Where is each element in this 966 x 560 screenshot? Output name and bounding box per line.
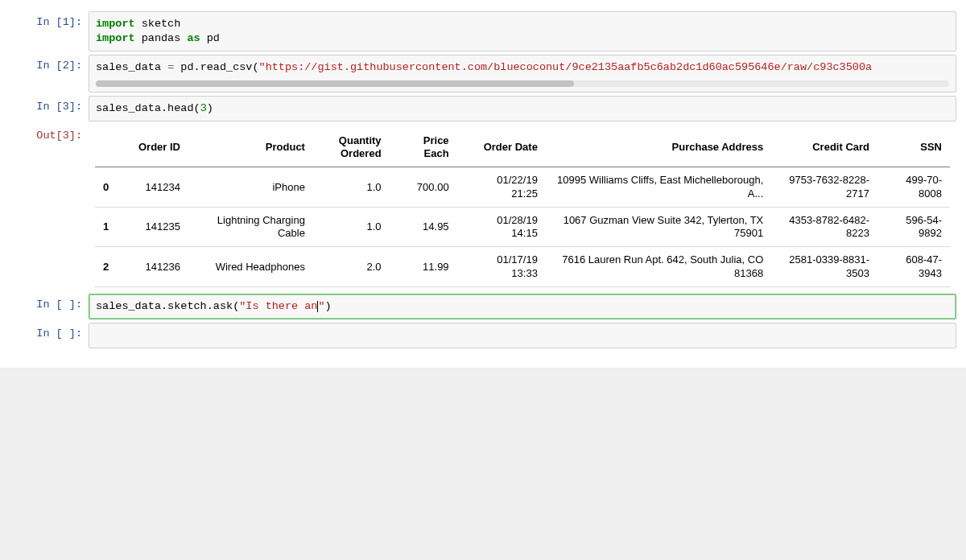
table-cell: 2581-0339-8831- 3503 bbox=[771, 247, 877, 287]
code-input[interactable] bbox=[89, 323, 956, 348]
row-index-cell: 0 bbox=[95, 167, 120, 208]
code-cell-1[interactable]: In [1]: import sketch import pandas as p… bbox=[10, 11, 956, 51]
col-header-credit-card: Credit Card bbox=[771, 128, 877, 167]
table-header-row: Order ID Product Quantity Ordered Price … bbox=[95, 128, 950, 167]
col-header-order-date: Order Date bbox=[457, 128, 546, 167]
table-cell: 608-47- 3943 bbox=[877, 247, 950, 287]
table-cell: 01/22/19 21:25 bbox=[457, 167, 546, 208]
code-input[interactable]: import sketch import pandas as pd bbox=[89, 11, 956, 51]
horizontal-scrollbar[interactable] bbox=[96, 80, 949, 87]
input-prompt: In [3]: bbox=[10, 96, 89, 113]
output-cell-3: Out[3]: Order ID Product Quantity Ordere… bbox=[10, 125, 956, 290]
output-prompt: Out[3]: bbox=[10, 125, 89, 142]
table-cell: 499-70- 8008 bbox=[877, 167, 950, 208]
table-cell: 4353-8782-6482- 8223 bbox=[771, 207, 877, 247]
code-line: import sketch bbox=[96, 17, 949, 31]
input-prompt: In [1]: bbox=[10, 11, 89, 28]
table-cell: 141236 bbox=[120, 247, 188, 287]
table-cell: 1.0 bbox=[313, 207, 390, 247]
table-cell: 11.99 bbox=[390, 247, 457, 287]
table-row: 0141234iPhone1.0700.0001/22/19 21:251099… bbox=[95, 167, 950, 208]
row-index-cell: 1 bbox=[95, 207, 120, 247]
code-cell-5[interactable]: In [ ]: bbox=[10, 323, 956, 348]
table-cell: 14.95 bbox=[390, 207, 457, 247]
table-cell: 01/28/19 14:15 bbox=[457, 207, 546, 247]
col-header-quantity: Quantity Ordered bbox=[313, 128, 390, 167]
code-input[interactable]: sales_data.head(3) bbox=[89, 96, 956, 121]
code-cell-2[interactable]: In [2]: sales_data = pd.read_csv("https:… bbox=[10, 55, 956, 92]
code-cell-3[interactable]: In [3]: sales_data.head(3) bbox=[10, 96, 956, 121]
table-cell: Wired Headphones bbox=[188, 247, 313, 287]
table-cell: 2.0 bbox=[313, 247, 390, 287]
dataframe-table: Order ID Product Quantity Ordered Price … bbox=[95, 128, 950, 287]
code-input[interactable]: sales_data = pd.read_csv("https://gist.g… bbox=[89, 55, 956, 92]
table-cell: 596-54- 9892 bbox=[877, 207, 950, 247]
col-header-address: Purchase Address bbox=[546, 128, 771, 167]
table-cell: iPhone bbox=[188, 167, 313, 208]
table-cell: 7616 Lauren Run Apt. 642, South Julia, C… bbox=[546, 247, 771, 287]
col-header-product: Product bbox=[188, 128, 313, 167]
code-line: sales_data.sketch.ask("Is there an") bbox=[96, 299, 949, 314]
col-header-order-id: Order ID bbox=[120, 128, 188, 167]
table-cell: 9753-7632-8228- 2717 bbox=[771, 167, 877, 208]
table-cell: Lightning Charging Cable bbox=[188, 207, 313, 247]
code-line: sales_data.head(3) bbox=[96, 101, 949, 116]
table-cell: 1067 Guzman View Suite 342, Tylerton, TX… bbox=[546, 207, 771, 247]
input-prompt: In [2]: bbox=[10, 55, 89, 72]
table-row: 1141235Lightning Charging Cable1.014.950… bbox=[95, 207, 950, 247]
code-line: sales_data = pd.read_csv("https://gist.g… bbox=[96, 60, 949, 75]
input-prompt: In [ ]: bbox=[10, 294, 89, 311]
table-cell: 01/17/19 13:33 bbox=[457, 247, 546, 287]
col-header-price: Price Each bbox=[390, 128, 457, 167]
table-row: 2141236Wired Headphones2.011.9901/17/19 … bbox=[95, 247, 950, 287]
scrollbar-thumb[interactable] bbox=[96, 80, 574, 87]
table-cell: 1.0 bbox=[313, 167, 390, 208]
col-header-ssn: SSN bbox=[877, 128, 950, 167]
code-line: import pandas as pd bbox=[96, 31, 949, 46]
output-area: Order ID Product Quantity Ordered Price … bbox=[89, 125, 956, 290]
row-index-cell: 2 bbox=[95, 247, 120, 287]
code-input[interactable]: sales_data.sketch.ask("Is there an") bbox=[89, 294, 956, 319]
notebook: In [1]: import sketch import pandas as p… bbox=[0, 0, 966, 368]
table-cell: 700.00 bbox=[390, 167, 457, 208]
code-cell-4[interactable]: In [ ]: sales_data.sketch.ask("Is there … bbox=[10, 294, 956, 319]
table-cell: 141235 bbox=[120, 207, 188, 247]
table-cell: 10995 Williams Cliffs, East Michelleboro… bbox=[546, 167, 771, 208]
input-prompt: In [ ]: bbox=[10, 323, 89, 340]
col-header-index bbox=[95, 128, 120, 167]
table-cell: 141234 bbox=[120, 167, 188, 208]
